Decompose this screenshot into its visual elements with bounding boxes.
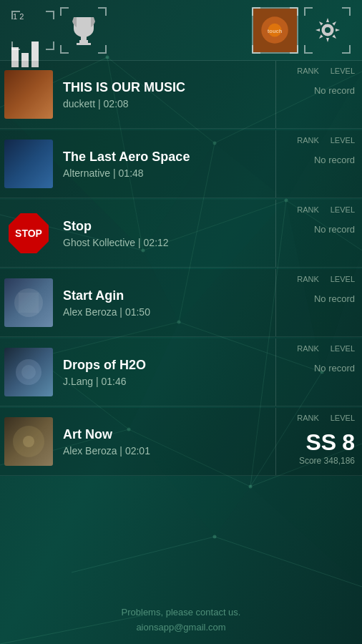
gear-bracket-bl — [304, 45, 313, 54]
divider-line — [275, 61, 276, 128]
song-title: THIS IS OUR MUSIC — [63, 80, 270, 95]
svg-rect-52 — [19, 293, 39, 313]
divider-line — [275, 269, 276, 336]
rank-label: RANK — [297, 275, 319, 283]
album-bracket-tr — [290, 7, 298, 16]
bracket-tl — [11, 11, 20, 19]
gear-bracket-br — [342, 45, 351, 54]
svg-point-47 — [325, 27, 331, 33]
song-info: The Last Aero Space Alternative | 01:48 — [57, 130, 276, 197]
level-label: LEVEL — [331, 205, 355, 214]
svg-rect-48 — [4, 70, 53, 119]
no-record-text: No record — [314, 85, 355, 96]
song-item-6[interactable]: Art Now Alex Beroza | 02:01 RANK LEVEL S… — [0, 408, 362, 476]
song-info: THIS IS OUR MUSIC duckett | 02:08 — [57, 61, 276, 128]
svg-rect-39 — [77, 43, 91, 45]
header: 1 2 — [0, 0, 362, 61]
no-record-text: No record — [314, 224, 355, 235]
gear-bracket-tr — [342, 7, 351, 16]
album-bracket-br — [290, 45, 298, 54]
song-info: Start Agin Alex Beroza | 01:50 — [57, 269, 276, 336]
stop-sign-icon: STOP — [9, 213, 49, 253]
song-title: The Last Aero Space — [63, 150, 270, 165]
settings-wrapper[interactable] — [304, 7, 351, 54]
bracket-tr — [46, 11, 54, 19]
trophy-bracket-br — [98, 45, 107, 54]
song-art-img — [4, 278, 53, 327]
no-record-text: No record — [314, 293, 355, 304]
song-right: RANK LEVEL No record — [276, 269, 362, 336]
rank-level-header: RANK LEVEL — [297, 414, 355, 422]
rank-label: RANK — [297, 67, 319, 75]
level-label: LEVEL — [331, 136, 355, 145]
rank-level-header: RANK LEVEL — [297, 136, 355, 145]
score-rank-value: SS — [306, 429, 337, 456]
level-label: LEVEL — [331, 275, 355, 283]
rank-label: RANK — [297, 136, 319, 145]
song-right: RANK LEVEL No record — [276, 130, 362, 197]
header-right: touch — [252, 7, 351, 54]
album-bracket-bl — [252, 45, 260, 54]
song-title: Stop — [63, 219, 270, 234]
svg-text:touch: touch — [268, 27, 283, 34]
song-art-img — [4, 140, 53, 188]
svg-rect-38 — [79, 40, 88, 43]
chart-num-2: 2 — [19, 12, 24, 21]
footer-line1: Problems, please contact us. — [9, 605, 353, 620]
song-info: Drops of H2O J.Lang | 01:46 — [57, 338, 276, 406]
song-art — [0, 408, 57, 475]
score-level-value: 8 — [342, 429, 355, 456]
song-title: Start Agin — [63, 288, 270, 303]
rank-level-header: RANK LEVEL — [297, 205, 355, 214]
svg-point-55 — [21, 365, 36, 379]
song-item-1[interactable]: THIS IS OUR MUSIC duckett | 02:08 RANK L… — [0, 61, 362, 129]
divider-line — [275, 130, 276, 197]
trophy-bracket-tl — [60, 7, 69, 16]
rank-level-header: RANK LEVEL — [297, 275, 355, 283]
rank-level-header: RANK LEVEL — [297, 67, 355, 75]
song-title: Art Now — [63, 427, 270, 442]
song-item-5[interactable]: Drops of H2O J.Lang | 01:46 RANK LEVEL N… — [0, 338, 362, 406]
song-meta: Ghost Kollective | 02:12 — [63, 237, 270, 248]
score-display: SS 8 — [306, 429, 355, 456]
song-art: STOP — [0, 200, 57, 267]
song-meta: Alternative | 01:48 — [63, 167, 270, 179]
song-item-3[interactable]: STOP Stop Ghost Kollective | 02:12 RANK … — [0, 200, 362, 268]
song-right: RANK LEVEL SS 8 Score 348,186 — [276, 408, 362, 475]
rank-label: RANK — [297, 205, 319, 214]
chart-icon-wrapper[interactable]: 1 2 — [11, 11, 54, 50]
song-art — [0, 338, 57, 406]
album-thumb-wrapper[interactable]: touch — [252, 7, 298, 54]
song-item-2[interactable]: The Last Aero Space Alternative | 01:48 … — [0, 130, 362, 198]
song-meta: duckett | 02:08 — [63, 98, 270, 109]
score-points: Score 348,186 — [299, 456, 355, 466]
footer: Problems, please contact us. aionsapp@gm… — [0, 597, 362, 644]
divider-line — [275, 338, 276, 406]
rank-label: RANK — [297, 344, 319, 353]
rank-label: RANK — [297, 414, 319, 422]
no-record-text: No record — [314, 363, 355, 374]
song-art-img — [4, 348, 53, 396]
song-right: RANK LEVEL No record — [276, 61, 362, 128]
song-info: Stop Ghost Kollective | 02:12 — [57, 200, 276, 267]
trophy-bracket-tr — [98, 7, 107, 16]
song-meta: J.Lang | 01:46 — [63, 376, 270, 387]
gear-svg — [314, 16, 341, 44]
trophy-svg — [69, 14, 98, 46]
song-art — [0, 269, 57, 336]
song-right: RANK LEVEL No record — [276, 338, 362, 406]
album-bracket-tl — [252, 7, 260, 16]
song-meta: Alex Beroza | 01:50 — [63, 306, 270, 318]
song-right: RANK LEVEL No record — [276, 200, 362, 267]
bracket-br — [46, 42, 54, 50]
song-info: Art Now Alex Beroza | 02:01 — [57, 408, 276, 475]
song-art-img — [4, 70, 53, 119]
trophy-bracket-bl — [60, 45, 69, 54]
song-art — [0, 130, 57, 197]
song-art — [0, 61, 57, 128]
bracket-bl — [11, 42, 20, 50]
song-item-4[interactable]: Start Agin Alex Beroza | 01:50 RANK LEVE… — [0, 269, 362, 337]
level-label: LEVEL — [331, 67, 355, 75]
svg-rect-49 — [4, 140, 53, 188]
trophy-wrapper[interactable] — [60, 7, 107, 54]
